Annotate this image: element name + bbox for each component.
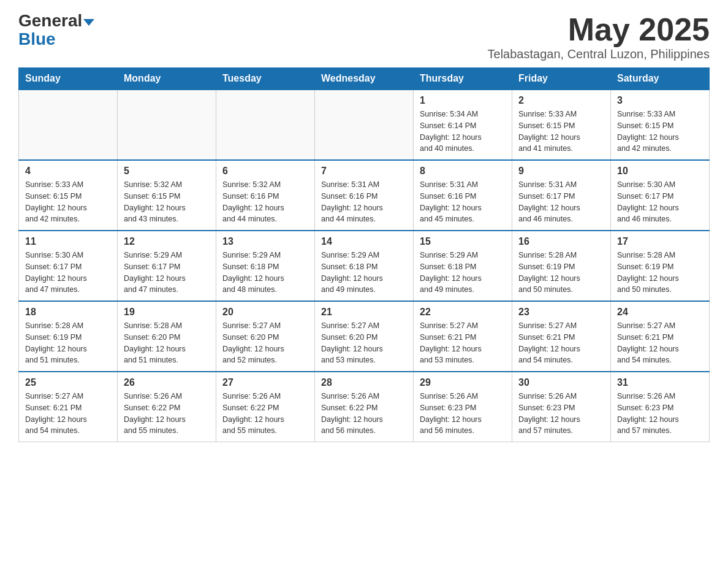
table-row: 23Sunrise: 5:27 AMSunset: 6:21 PMDayligh…: [512, 301, 611, 372]
col-wednesday: Wednesday: [315, 68, 414, 90]
table-row: [216, 90, 315, 160]
day-number: 20: [222, 307, 308, 318]
table-row: 25Sunrise: 5:27 AMSunset: 6:21 PMDayligh…: [19, 372, 118, 442]
calendar-week-row: 4Sunrise: 5:33 AMSunset: 6:15 PMDaylight…: [19, 160, 710, 231]
table-row: [19, 90, 118, 160]
day-number: 18: [25, 307, 111, 318]
day-info: Sunrise: 5:33 AMSunset: 6:15 PMDaylight:…: [25, 179, 111, 225]
day-info: Sunrise: 5:31 AMSunset: 6:17 PMDaylight:…: [518, 179, 604, 225]
table-row: 20Sunrise: 5:27 AMSunset: 6:20 PMDayligh…: [216, 301, 315, 372]
day-number: 3: [617, 95, 703, 106]
day-info: Sunrise: 5:30 AMSunset: 6:17 PMDaylight:…: [617, 179, 703, 225]
day-info: Sunrise: 5:31 AMSunset: 6:16 PMDaylight:…: [321, 179, 407, 225]
table-row: 12Sunrise: 5:29 AMSunset: 6:17 PMDayligh…: [118, 231, 216, 301]
calendar-table: Sunday Monday Tuesday Wednesday Thursday…: [18, 67, 710, 442]
table-row: 28Sunrise: 5:26 AMSunset: 6:22 PMDayligh…: [315, 372, 414, 442]
day-info: Sunrise: 5:28 AMSunset: 6:20 PMDaylight:…: [124, 320, 210, 366]
calendar-week-row: 25Sunrise: 5:27 AMSunset: 6:21 PMDayligh…: [19, 372, 710, 442]
col-sunday: Sunday: [19, 68, 118, 90]
table-row: 15Sunrise: 5:29 AMSunset: 6:18 PMDayligh…: [414, 231, 512, 301]
day-number: 23: [518, 307, 604, 318]
day-info: Sunrise: 5:27 AMSunset: 6:20 PMDaylight:…: [222, 320, 308, 366]
day-number: 13: [222, 236, 308, 247]
table-row: 8Sunrise: 5:31 AMSunset: 6:16 PMDaylight…: [414, 160, 512, 231]
col-tuesday: Tuesday: [216, 68, 315, 90]
table-row: 17Sunrise: 5:28 AMSunset: 6:19 PMDayligh…: [611, 231, 710, 301]
table-row: 1Sunrise: 5:34 AMSunset: 6:14 PMDaylight…: [414, 90, 512, 160]
col-friday: Friday: [512, 68, 611, 90]
col-saturday: Saturday: [611, 68, 710, 90]
table-row: 21Sunrise: 5:27 AMSunset: 6:20 PMDayligh…: [315, 301, 414, 372]
table-row: 2Sunrise: 5:33 AMSunset: 6:15 PMDaylight…: [512, 90, 611, 160]
day-info: Sunrise: 5:32 AMSunset: 6:15 PMDaylight:…: [124, 179, 210, 225]
day-info: Sunrise: 5:32 AMSunset: 6:16 PMDaylight:…: [222, 179, 308, 225]
logo-arrow-icon: [83, 19, 94, 26]
day-info: Sunrise: 5:29 AMSunset: 6:18 PMDaylight:…: [222, 250, 308, 296]
calendar-header-row: Sunday Monday Tuesday Wednesday Thursday…: [19, 68, 710, 90]
logo-blue: Blue: [18, 29, 56, 49]
day-info: Sunrise: 5:29 AMSunset: 6:17 PMDaylight:…: [124, 250, 210, 296]
col-thursday: Thursday: [414, 68, 512, 90]
table-row: 14Sunrise: 5:29 AMSunset: 6:18 PMDayligh…: [315, 231, 414, 301]
day-info: Sunrise: 5:26 AMSunset: 6:22 PMDaylight:…: [124, 391, 210, 437]
day-number: 12: [124, 236, 210, 247]
day-info: Sunrise: 5:27 AMSunset: 6:21 PMDaylight:…: [518, 320, 604, 366]
day-info: Sunrise: 5:33 AMSunset: 6:15 PMDaylight:…: [617, 109, 703, 155]
table-row: 10Sunrise: 5:30 AMSunset: 6:17 PMDayligh…: [611, 160, 710, 231]
day-info: Sunrise: 5:31 AMSunset: 6:16 PMDaylight:…: [420, 179, 506, 225]
page-header: General Blue May 2025 Telabastagan, Cent…: [18, 12, 710, 61]
table-row: 16Sunrise: 5:28 AMSunset: 6:19 PMDayligh…: [512, 231, 611, 301]
day-number: 1: [420, 95, 506, 106]
table-row: 5Sunrise: 5:32 AMSunset: 6:15 PMDaylight…: [118, 160, 216, 231]
title-block: May 2025 Telabastagan, Central Luzon, Ph…: [488, 12, 710, 61]
table-row: 7Sunrise: 5:31 AMSunset: 6:16 PMDaylight…: [315, 160, 414, 231]
day-number: 2: [518, 95, 604, 106]
day-info: Sunrise: 5:29 AMSunset: 6:18 PMDaylight:…: [420, 250, 506, 296]
day-info: Sunrise: 5:26 AMSunset: 6:23 PMDaylight:…: [420, 391, 506, 437]
table-row: 11Sunrise: 5:30 AMSunset: 6:17 PMDayligh…: [19, 231, 118, 301]
table-row: 18Sunrise: 5:28 AMSunset: 6:19 PMDayligh…: [19, 301, 118, 372]
table-row: 29Sunrise: 5:26 AMSunset: 6:23 PMDayligh…: [414, 372, 512, 442]
day-number: 5: [124, 166, 210, 177]
day-number: 15: [420, 236, 506, 247]
day-number: 21: [321, 307, 407, 318]
day-info: Sunrise: 5:34 AMSunset: 6:14 PMDaylight:…: [420, 109, 506, 155]
table-row: [118, 90, 216, 160]
day-number: 10: [617, 166, 703, 177]
table-row: 22Sunrise: 5:27 AMSunset: 6:21 PMDayligh…: [414, 301, 512, 372]
day-info: Sunrise: 5:27 AMSunset: 6:21 PMDaylight:…: [25, 391, 111, 437]
day-number: 4: [25, 166, 111, 177]
table-row: 9Sunrise: 5:31 AMSunset: 6:17 PMDaylight…: [512, 160, 611, 231]
day-number: 31: [617, 377, 703, 388]
day-info: Sunrise: 5:28 AMSunset: 6:19 PMDaylight:…: [518, 250, 604, 296]
table-row: 24Sunrise: 5:27 AMSunset: 6:21 PMDayligh…: [611, 301, 710, 372]
table-row: 6Sunrise: 5:32 AMSunset: 6:16 PMDaylight…: [216, 160, 315, 231]
day-info: Sunrise: 5:29 AMSunset: 6:18 PMDaylight:…: [321, 250, 407, 296]
day-number: 30: [518, 377, 604, 388]
table-row: 13Sunrise: 5:29 AMSunset: 6:18 PMDayligh…: [216, 231, 315, 301]
day-number: 27: [222, 377, 308, 388]
day-info: Sunrise: 5:26 AMSunset: 6:22 PMDaylight:…: [321, 391, 407, 437]
table-row: [315, 90, 414, 160]
location-title: Telabastagan, Central Luzon, Philippines: [488, 47, 710, 61]
day-info: Sunrise: 5:33 AMSunset: 6:15 PMDaylight:…: [518, 109, 604, 155]
day-number: 14: [321, 236, 407, 247]
table-row: 30Sunrise: 5:26 AMSunset: 6:23 PMDayligh…: [512, 372, 611, 442]
logo-general: General: [18, 12, 82, 29]
day-info: Sunrise: 5:27 AMSunset: 6:21 PMDaylight:…: [617, 320, 703, 366]
table-row: 4Sunrise: 5:33 AMSunset: 6:15 PMDaylight…: [19, 160, 118, 231]
month-title: May 2025: [488, 12, 710, 47]
day-info: Sunrise: 5:27 AMSunset: 6:20 PMDaylight:…: [321, 320, 407, 366]
day-info: Sunrise: 5:26 AMSunset: 6:22 PMDaylight:…: [222, 391, 308, 437]
day-number: 22: [420, 307, 506, 318]
day-number: 7: [321, 166, 407, 177]
table-row: 3Sunrise: 5:33 AMSunset: 6:15 PMDaylight…: [611, 90, 710, 160]
day-info: Sunrise: 5:26 AMSunset: 6:23 PMDaylight:…: [518, 391, 604, 437]
day-number: 9: [518, 166, 604, 177]
day-info: Sunrise: 5:30 AMSunset: 6:17 PMDaylight:…: [25, 250, 111, 296]
day-number: 17: [617, 236, 703, 247]
day-info: Sunrise: 5:26 AMSunset: 6:23 PMDaylight:…: [617, 391, 703, 437]
calendar-week-row: 1Sunrise: 5:34 AMSunset: 6:14 PMDaylight…: [19, 90, 710, 160]
calendar-week-row: 18Sunrise: 5:28 AMSunset: 6:19 PMDayligh…: [19, 301, 710, 372]
day-info: Sunrise: 5:27 AMSunset: 6:21 PMDaylight:…: [420, 320, 506, 366]
